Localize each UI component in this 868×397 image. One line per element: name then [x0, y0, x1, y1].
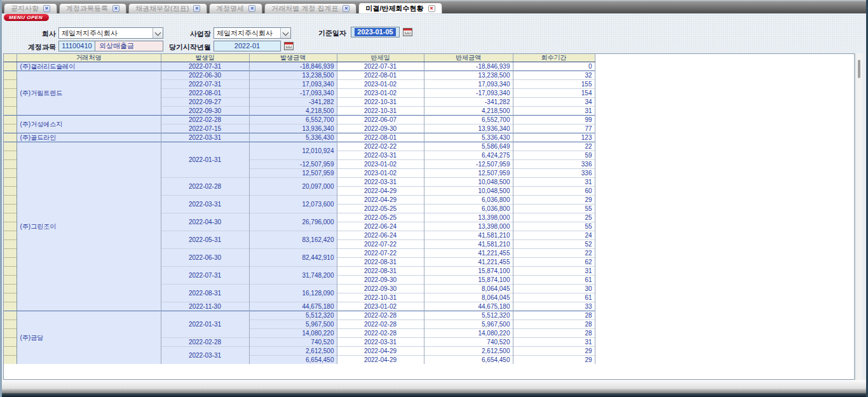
cell-settlement-date[interactable]: 2022-04-29 — [337, 356, 424, 365]
cell-settlement-date[interactable]: 2022-08-01 — [337, 133, 424, 142]
cell-collection-days[interactable]: 25 — [513, 213, 595, 222]
cell-settlement-amount[interactable]: 13,238,500 — [424, 71, 513, 80]
close-icon[interactable]: × — [342, 5, 349, 12]
cell-settlement-amount[interactable]: 13,398,000 — [424, 213, 513, 222]
cell-settlement-date[interactable]: 2022-10-31 — [337, 293, 424, 302]
cell-collection-days[interactable]: 30 — [513, 285, 595, 293]
cell-customer-name[interactable]: (주)거성에스지 — [17, 116, 161, 133]
cell-occurrence-date[interactable]: 2022-09-27 — [161, 98, 249, 107]
row-indicator[interactable] — [4, 116, 17, 124]
cell-settlement-amount[interactable]: 6,552,700 — [424, 116, 513, 124]
cell-occurrence-amount[interactable]: 5,336,430 — [249, 133, 337, 142]
calendar-icon[interactable] — [284, 42, 294, 50]
cell-settlement-date[interactable]: 2022-06-07 — [337, 116, 424, 124]
cell-settlement-date[interactable]: 2022-03-31 — [337, 338, 424, 347]
row-indicator[interactable] — [4, 151, 17, 160]
cell-occurrence-date[interactable]: 2022-01-31 — [161, 311, 249, 338]
cell-collection-days[interactable]: 55 — [513, 205, 595, 213]
company-select[interactable]: 제일저지주식회사 — [58, 27, 163, 39]
cell-occurrence-amount[interactable]: 82,442,910 — [249, 249, 337, 267]
cell-settlement-amount[interactable]: 17,093,340 — [424, 80, 513, 89]
row-indicator[interactable] — [4, 258, 17, 267]
cell-settlement-date[interactable]: 2023-01-02 — [337, 80, 424, 89]
cell-settlement-amount[interactable]: 6,036,800 — [424, 196, 513, 205]
cell-occurrence-amount[interactable]: -18,846,939 — [249, 62, 337, 71]
chevron-down-icon[interactable] — [280, 28, 290, 38]
cell-occurrence-amount[interactable]: 5,967,500 — [249, 320, 337, 329]
cell-occurrence-date[interactable]: 2022-02-28 — [161, 116, 249, 124]
cell-occurrence-date[interactable]: 2022-02-28 — [161, 178, 249, 196]
row-indicator[interactable] — [4, 142, 17, 151]
cell-settlement-amount[interactable]: 12,507,959 — [424, 169, 513, 178]
cell-settlement-date[interactable]: 2022-06-24 — [337, 231, 424, 240]
cell-collection-days[interactable]: 32 — [513, 71, 595, 80]
cell-collection-days[interactable]: 77 — [513, 124, 595, 133]
menu-open-button[interactable]: MENU OPEN — [4, 14, 49, 21]
cell-collection-days[interactable]: 33 — [513, 302, 595, 311]
row-indicator[interactable] — [4, 329, 17, 338]
cell-settlement-amount[interactable]: 6,424,275 — [424, 151, 513, 160]
row-indicator[interactable] — [4, 213, 17, 222]
cell-settlement-date[interactable]: 2022-03-31 — [337, 151, 424, 160]
row-indicator[interactable] — [4, 62, 17, 71]
cell-settlement-date[interactable]: 2022-07-22 — [337, 249, 424, 258]
cell-settlement-date[interactable]: 2022-06-24 — [337, 222, 424, 231]
cell-settlement-date[interactable]: 2022-05-25 — [337, 213, 424, 222]
cell-settlement-amount[interactable]: 6,654,450 — [424, 356, 513, 365]
cell-collection-days[interactable]: 31 — [513, 107, 595, 116]
row-indicator[interactable] — [4, 311, 17, 320]
cell-occurrence-amount[interactable]: 6,654,450 — [249, 356, 337, 365]
row-indicator[interactable] — [4, 169, 17, 178]
cell-occurrence-amount[interactable]: -341,282 — [249, 98, 337, 107]
cell-occurrence-amount[interactable]: 740,520 — [249, 338, 337, 347]
cell-settlement-amount[interactable]: 6,036,800 — [424, 205, 513, 213]
cell-occurrence-amount[interactable]: -17,093,340 — [249, 89, 337, 98]
cell-settlement-date[interactable]: 2022-05-25 — [337, 205, 424, 213]
cell-settlement-date[interactable]: 2022-04-29 — [337, 347, 424, 356]
row-indicator[interactable] — [4, 347, 17, 356]
cell-settlement-amount[interactable]: -12,507,959 — [424, 160, 513, 169]
cell-occurrence-date[interactable]: 2022-03-31 — [161, 347, 249, 365]
row-indicator[interactable] — [4, 231, 17, 240]
cell-occurrence-amount[interactable]: 5,512,320 — [249, 311, 337, 320]
row-indicator[interactable] — [4, 133, 17, 142]
row-indicator[interactable] — [4, 160, 17, 169]
row-indicator[interactable] — [4, 222, 17, 231]
cell-settlement-date[interactable]: 2022-02-28 — [337, 320, 424, 329]
row-indicator[interactable] — [4, 320, 17, 329]
cell-customer-name[interactable]: (주)거림트렌드 — [17, 71, 161, 116]
cell-settlement-date[interactable]: 2023-01-02 — [337, 89, 424, 98]
cell-collection-days[interactable]: 28 — [513, 329, 595, 338]
row-indicator[interactable] — [4, 80, 17, 89]
cell-settlement-amount[interactable]: 8,064,045 — [424, 285, 513, 293]
cell-occurrence-amount[interactable]: 13,936,340 — [249, 124, 337, 133]
cell-settlement-date[interactable]: 2022-03-31 — [337, 178, 424, 187]
cell-settlement-amount[interactable]: 13,936,340 — [424, 124, 513, 133]
cell-settlement-amount[interactable]: 8,064,045 — [424, 293, 513, 302]
cell-customer-name[interactable]: (주)금담 — [17, 311, 161, 365]
row-indicator[interactable] — [4, 338, 17, 347]
scrollbar-thumb[interactable] — [858, 60, 860, 78]
cell-settlement-date[interactable]: 2022-04-29 — [337, 196, 424, 205]
cell-settlement-date[interactable]: 2022-07-22 — [337, 240, 424, 249]
cell-occurrence-date[interactable]: 2022-03-31 — [161, 133, 249, 142]
cell-occurrence-amount[interactable]: 6,552,700 — [249, 116, 337, 124]
cell-settlement-date[interactable]: 2022-10-31 — [337, 98, 424, 107]
cell-settlement-amount[interactable]: 5,586,649 — [424, 142, 513, 151]
cell-settlement-amount[interactable]: 10,048,500 — [424, 178, 513, 187]
cell-occurrence-date[interactable]: 2022-08-01 — [161, 89, 249, 98]
cell-settlement-date[interactable]: 2022-09-30 — [337, 276, 424, 285]
cell-occurrence-date[interactable]: 2022-07-31 — [161, 62, 249, 71]
cell-settlement-amount[interactable]: -17,093,340 — [424, 89, 513, 98]
chevron-down-icon[interactable] — [153, 28, 163, 38]
cell-settlement-date[interactable]: 2022-07-31 — [337, 62, 424, 71]
tab-채권채무장(전표)[interactable]: 채권채무장(전표)× — [128, 3, 207, 13]
cell-collection-days[interactable]: 31 — [513, 267, 595, 276]
cell-occurrence-amount[interactable]: 17,093,340 — [249, 80, 337, 89]
cell-collection-days[interactable]: 62 — [513, 258, 595, 267]
cell-collection-days[interactable]: 55 — [513, 222, 595, 231]
cell-collection-days[interactable]: 29 — [513, 196, 595, 205]
cell-occurrence-amount[interactable]: 2,612,500 — [249, 347, 337, 356]
cell-collection-days[interactable]: 22 — [513, 142, 595, 151]
row-indicator[interactable] — [4, 89, 17, 98]
